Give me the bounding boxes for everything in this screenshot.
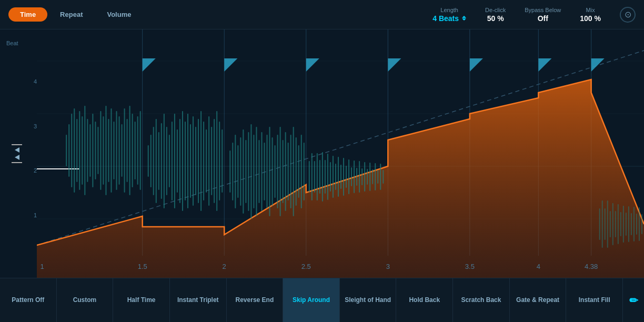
svg-rect-85 — [248, 132, 249, 211]
svg-rect-92 — [267, 135, 268, 208]
declick-value[interactable]: 50 % — [487, 14, 504, 23]
svg-rect-51 — [153, 127, 154, 195]
svg-rect-74 — [214, 119, 215, 203]
svg-rect-23 — [74, 108, 75, 193]
svg-rect-35 — [105, 106, 106, 195]
svg-rect-60 — [177, 129, 178, 193]
svg-rect-128 — [364, 162, 365, 192]
preset-instant-fill[interactable]: Instant Fill — [566, 278, 623, 322]
svg-rect-109 — [314, 161, 315, 193]
svg-rect-106 — [304, 143, 305, 200]
svg-rect-84 — [245, 140, 246, 203]
svg-rect-101 — [290, 135, 291, 208]
svg-rect-145 — [623, 206, 624, 243]
svg-rect-82 — [240, 137, 241, 206]
svg-rect-68 — [198, 119, 199, 203]
svg-rect-135 — [383, 170, 384, 184]
preset-reverse-end[interactable]: Reverse End — [227, 278, 284, 322]
svg-rect-114 — [327, 154, 328, 200]
svg-rect-24 — [76, 119, 77, 182]
svg-rect-29 — [89, 124, 90, 177]
svg-rect-41 — [122, 124, 123, 177]
svg-rect-132 — [375, 163, 376, 190]
svg-rect-67 — [195, 127, 196, 195]
preset-hold-back[interactable]: Hold Back — [396, 278, 453, 322]
svg-text:1.5: 1.5 — [138, 263, 147, 270]
tab-time[interactable]: Time — [8, 7, 47, 22]
length-spinner[interactable] — [462, 16, 466, 21]
svg-marker-19 — [591, 40, 605, 72]
svg-rect-57 — [169, 135, 170, 187]
tab-repeat[interactable]: Repeat — [48, 7, 94, 22]
svg-rect-151 — [639, 207, 640, 241]
svg-rect-111 — [319, 160, 320, 194]
svg-rect-95 — [275, 145, 276, 198]
svg-rect-98 — [283, 140, 284, 203]
y-label-3: 3 — [5, 123, 37, 129]
svg-rect-39 — [116, 111, 117, 190]
edit-button[interactable]: ✏ — [623, 278, 644, 322]
svg-rect-143 — [618, 204, 619, 244]
svg-rect-28 — [87, 119, 88, 182]
svg-rect-116 — [333, 156, 334, 198]
svg-rect-150 — [636, 214, 637, 235]
svg-marker-17 — [470, 40, 483, 72]
preset-scratch-back[interactable]: Scratch Back — [453, 278, 510, 322]
tab-volume[interactable]: Volume — [95, 7, 143, 22]
svg-rect-107 — [309, 161, 310, 193]
more-icon: ⊙ — [625, 9, 631, 19]
svg-text:2.5: 2.5 — [301, 263, 311, 270]
svg-rect-38 — [114, 122, 115, 179]
svg-rect-118 — [338, 157, 339, 197]
bypass-value[interactable]: Off — [538, 14, 548, 23]
mix-param: Mix 100 % — [580, 7, 601, 23]
svg-rect-63 — [185, 122, 186, 200]
svg-rect-119 — [340, 165, 341, 189]
svg-rect-93 — [269, 127, 270, 216]
edit-icon: ✏ — [629, 294, 638, 307]
preset-skip-around[interactable]: Skip Around — [283, 278, 340, 322]
svg-rect-25 — [79, 111, 80, 190]
preset-pattern-off[interactable]: Pattern Off — [0, 278, 57, 322]
svg-rect-91 — [264, 143, 265, 200]
svg-rect-117 — [335, 164, 336, 190]
svg-rect-79 — [232, 143, 233, 200]
svg-rect-142 — [615, 211, 616, 237]
bypass-param: Bypass Below Off — [525, 7, 561, 23]
svg-rect-50 — [150, 135, 152, 187]
svg-rect-120 — [343, 158, 344, 196]
main-chart[interactable]: 1.5 2 2.5 3 3.5 4 4.38 1 — [37, 29, 644, 278]
svg-rect-70 — [203, 122, 204, 200]
svg-rect-80 — [235, 135, 236, 208]
svg-rect-27 — [84, 106, 85, 195]
svg-rect-124 — [354, 160, 355, 193]
svg-rect-61 — [179, 119, 180, 203]
length-param: Length 4 Beats — [432, 7, 466, 23]
svg-rect-152 — [641, 214, 642, 234]
preset-instant-triplet[interactable]: Instant Triplet — [170, 278, 227, 322]
svg-rect-140 — [610, 211, 611, 237]
svg-rect-99 — [285, 132, 286, 211]
svg-rect-127 — [361, 168, 363, 185]
more-button[interactable]: ⊙ — [620, 7, 636, 23]
mix-label: Mix — [586, 7, 595, 13]
svg-rect-89 — [258, 140, 259, 203]
svg-rect-56 — [166, 127, 167, 195]
preset-custom[interactable]: Custom — [57, 278, 114, 322]
top-bar: Time Repeat Volume Length 4 Beats De-cli… — [0, 0, 644, 29]
svg-rect-42 — [124, 108, 125, 193]
svg-rect-62 — [182, 111, 183, 211]
preset-gate-repeat[interactable]: Gate & Repeat — [510, 278, 567, 322]
preset-sleight-of-hand[interactable]: Sleight of Hand — [340, 278, 397, 322]
svg-rect-83 — [243, 129, 244, 214]
svg-rect-129 — [367, 169, 368, 185]
svg-text:3: 3 — [386, 263, 390, 270]
bypass-label: Bypass Below — [525, 7, 561, 13]
mix-value[interactable]: 100 % — [580, 14, 601, 23]
svg-rect-126 — [359, 161, 360, 193]
preset-half-time[interactable]: Half Time — [113, 278, 170, 322]
length-value[interactable]: 4 Beats — [432, 14, 466, 23]
svg-rect-133 — [377, 170, 378, 184]
declick-param: De-click 50 % — [485, 7, 506, 23]
svg-rect-59 — [174, 114, 175, 208]
